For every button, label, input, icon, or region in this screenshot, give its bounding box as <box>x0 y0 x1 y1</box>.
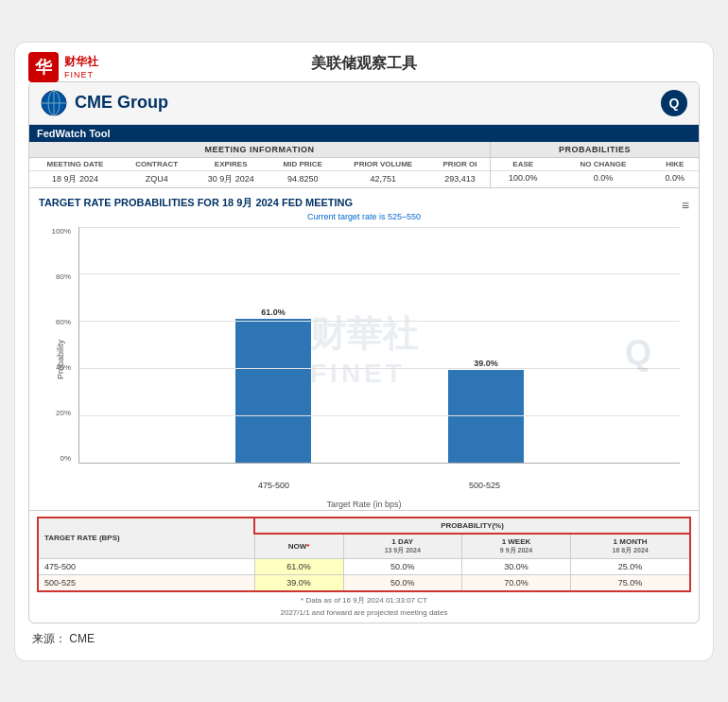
outer-card: 华 财华社 FINET 美联储观察工具 CME Group Q F <box>14 42 714 661</box>
q-watermark: Q <box>625 333 651 373</box>
now-1: 61.0% <box>254 558 343 574</box>
month1-1: 25.0% <box>571 558 690 574</box>
bar-group-2: 39.0% <box>448 227 524 463</box>
y-80: 80% <box>56 272 75 281</box>
footer: 2027/1/1 and forward are projected meeti… <box>37 608 691 617</box>
x-axis-title: Target Rate (in bps) <box>326 500 401 509</box>
bar-2 <box>448 370 524 462</box>
chart-subtitle: Current target rate is 525–550 <box>39 212 689 221</box>
expires: 30 9月 2024 <box>192 170 269 187</box>
info-section: MEETING INFORMATION MEETING DATE CONTRAC… <box>29 142 699 188</box>
no-change-val: 0.0% <box>555 170 650 184</box>
x-axis-labels: 475-500 500-525 <box>78 481 680 490</box>
x-label-1: 475-500 <box>258 481 289 490</box>
col-hike: HIKE <box>650 158 699 171</box>
prob-table-section: TARGET RATE (BPS) PROBABILITY(%) NOW* 1 … <box>29 510 699 623</box>
y-20: 20% <box>56 409 75 417</box>
y-100: 100% <box>52 227 75 236</box>
prob-table-small: EASE NO CHANGE HIKE 100.0% 0.0% 0.0% <box>491 158 699 184</box>
col-contract: CONTRACT <box>121 158 193 171</box>
day1-2: 50.0% <box>343 574 461 591</box>
meeting-info-table: MEETING DATE CONTRACT EXPIRES MID PRICE … <box>29 158 490 187</box>
svg-text:华: 华 <box>34 58 53 77</box>
chart-area: TARGET RATE PROBABILITIES FOR 18 9月 2024… <box>29 188 699 510</box>
cme-logo: CME Group <box>41 90 168 116</box>
th-now: NOW* <box>254 534 343 559</box>
probability-table: TARGET RATE (BPS) PROBABILITY(%) NOW* 1 … <box>37 517 691 592</box>
chart-plot: 61.0% 39.0% <box>78 227 680 464</box>
contract: ZQU4 <box>121 170 193 187</box>
week1-1: 30.0% <box>461 558 570 574</box>
fedwatch-label: FedWatch Tool <box>29 125 699 142</box>
prob-header: PROBABILITIES <box>491 142 699 158</box>
logo-cn: 财华社 <box>64 54 98 70</box>
ease-val: 100.0% <box>491 170 555 184</box>
finet-logo-icon: 华 <box>28 52 59 82</box>
meeting-info-header: MEETING INFORMATION <box>29 142 490 158</box>
finet-logo: 华 财华社 FINET <box>28 52 98 82</box>
y-60: 60% <box>56 318 75 326</box>
bars-container: 61.0% 39.0% <box>79 227 680 463</box>
day1-1: 50.0% <box>343 558 461 574</box>
col-expires: EXPIRES <box>192 158 269 171</box>
inner-frame: CME Group Q FedWatch Tool MEETING INFORM… <box>28 81 700 623</box>
meeting-info: MEETING INFORMATION MEETING DATE CONTRAC… <box>29 142 491 187</box>
page-title: 美联储观察工具 <box>311 54 417 74</box>
col-ease: EASE <box>491 158 555 171</box>
page-header: 美联储观察工具 <box>28 54 700 74</box>
table-row: 475-500 61.0% 50.0% 30.0% 25.0% <box>38 558 690 574</box>
col-meeting-date: MEETING DATE <box>29 158 121 171</box>
y-0: 0% <box>60 454 75 463</box>
prior-oi: 293,413 <box>430 170 490 187</box>
prior-volume: 42,751 <box>336 170 430 187</box>
mid-price: 94.8250 <box>269 170 336 187</box>
rate-1: 475-500 <box>38 558 254 574</box>
search-icon[interactable]: Q <box>661 90 687 116</box>
rate-2: 500-525 <box>38 574 254 591</box>
meeting-date: 18 9月 2024 <box>29 170 121 187</box>
th-1month: 1 MONTH 16 8月 2024 <box>571 534 690 559</box>
bar-group-1: 61.0% <box>235 227 311 463</box>
chart-menu-icon[interactable]: ≡ <box>682 198 689 213</box>
table-row: 500-525 39.0% 50.0% 70.0% 75.0% <box>38 574 690 591</box>
month1-2: 75.0% <box>571 574 690 591</box>
footnote: * Data as of 16 9月 2024 01:33:07 CT <box>37 595 691 605</box>
cme-header: CME Group Q <box>29 82 699 125</box>
logo-en: FINET <box>64 70 98 79</box>
cme-name: CME Group <box>75 93 168 113</box>
hike-val: 0.0% <box>650 170 699 184</box>
th-1week: 1 WEEK 9 9月 2024 <box>461 534 570 559</box>
bar-2-label-top: 39.0% <box>474 359 498 368</box>
col-prior-volume: PRIOR VOLUME <box>336 158 430 171</box>
now-2: 39.0% <box>254 574 343 591</box>
bar-1-label-top: 61.0% <box>261 307 286 317</box>
bar-1 <box>235 319 311 463</box>
cme-globe-icon <box>41 90 67 116</box>
col-no-change: NO CHANGE <box>555 158 650 171</box>
th-1day: 1 DAY 13 9月 2024 <box>343 534 461 559</box>
y-axis-title: Probability <box>56 339 65 378</box>
week1-2: 70.0% <box>461 574 570 591</box>
x-label-2: 500-525 <box>469 481 500 490</box>
col-prior-oi: PRIOR OI <box>430 158 490 171</box>
th-probability: PROBABILITY(%) <box>254 518 690 534</box>
col-mid-price: MID PRICE <box>269 158 336 171</box>
th-target-rate: TARGET RATE (BPS) <box>38 518 254 559</box>
chart-title: TARGET RATE PROBABILITIES FOR 18 9月 2024… <box>39 196 689 210</box>
probabilities-section: PROBABILITIES EASE NO CHANGE HIKE 100.0%… <box>491 142 699 187</box>
source-line: 来源： CME <box>28 631 700 647</box>
